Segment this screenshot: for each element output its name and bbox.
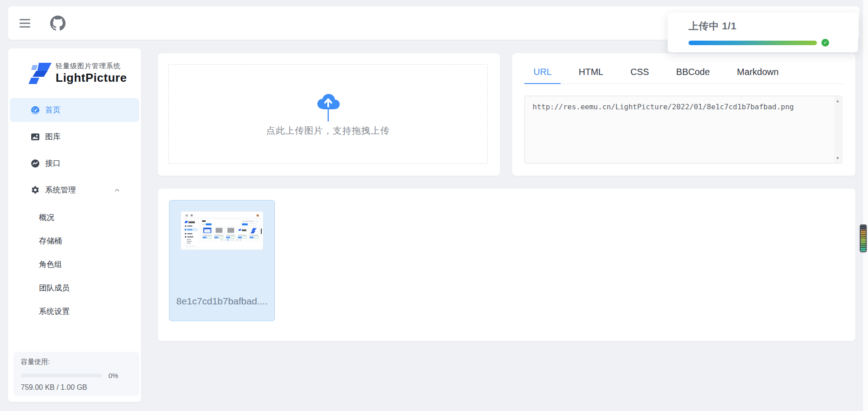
sidebar-menu: 首页 图库 接口 系统管理 概况 存储桶 角色组: [8, 98, 141, 323]
gallery-icon: [31, 132, 40, 141]
scroll-up-icon[interactable]: ▲: [836, 98, 839, 104]
capacity-progress-bar: [21, 374, 102, 378]
tab-bbcode[interactable]: BBCode: [667, 67, 719, 84]
sidebar-item-home[interactable]: 首页: [10, 98, 139, 122]
app-title: LightPicture: [56, 71, 127, 85]
lightpicture-logo-icon: [27, 61, 53, 85]
upload-hint-text: 点此上传图片，支持拖拽上传: [266, 125, 390, 137]
upload-progress-toast: 上传中 1/1 ✓: [668, 13, 858, 52]
success-check-icon: ✓: [821, 39, 829, 47]
uploaded-image-card[interactable]: 8e1c7cd1b7bafbad....: [169, 200, 275, 321]
app-logo[interactable]: 轻量级图片管理系统 LightPicture: [27, 61, 141, 85]
capacity-usage-card: 容量使用: 0% 759.00 KB / 1.00 GB: [14, 352, 139, 396]
chevron-up-icon: [114, 187, 120, 193]
link-format-tabs: URL HTML CSS BBCode Markdown: [524, 67, 843, 84]
github-icon[interactable]: [50, 15, 66, 31]
sidebar-item-label: 首页: [45, 105, 61, 115]
submenu-item-label: 概况: [39, 212, 54, 223]
tab-css[interactable]: CSS: [621, 67, 658, 84]
app-subtitle: 轻量级图片管理系统: [56, 62, 127, 70]
submenu-item-storage-bucket[interactable]: 存储桶: [8, 229, 141, 252]
capacity-usage-text: 759.00 KB / 1.00 GB: [21, 383, 132, 392]
gear-icon: [31, 186, 40, 195]
tab-html[interactable]: HTML: [570, 67, 612, 84]
upload-card: 点此上传图片，支持拖拽上传: [158, 53, 500, 176]
page-scrollbar[interactable]: [863, 0, 868, 411]
upload-progress-bar: [689, 41, 817, 45]
textarea-scrollbar[interactable]: ▲ ▼: [834, 97, 841, 163]
sidebar: 轻量级图片管理系统 LightPicture 首页 图库 接口: [8, 48, 141, 402]
upload-progress-title: 上传中 1/1: [689, 19, 858, 33]
submenu-item-system-settings[interactable]: 系统设置: [8, 299, 141, 323]
capacity-percent: 0%: [108, 372, 118, 379]
submenu-item-team-members[interactable]: 团队成员: [8, 276, 141, 299]
image-url-text: http://res.eemu.cn/LightPicture/2022/01/…: [533, 103, 794, 111]
submenu-item-overview[interactable]: 概况: [8, 206, 141, 229]
capacity-label: 容量使用:: [21, 358, 132, 366]
uploaded-image-filename: 8e1c7cd1b7bafbad....: [170, 296, 274, 307]
submenu-item-label: 团队成员: [39, 283, 70, 293]
hamburger-menu-button[interactable]: [19, 19, 30, 28]
uploaded-files-card: 8e1c7cd1b7bafbad....: [158, 189, 855, 341]
scroll-minimap-widget[interactable]: [860, 224, 867, 252]
uploaded-image-thumbnail: [181, 211, 263, 250]
scroll-down-icon[interactable]: ▼: [836, 155, 839, 161]
cloud-upload-icon: [315, 91, 342, 124]
sidebar-item-system-management[interactable]: 系统管理: [10, 178, 139, 202]
sidebar-item-label: 图库: [45, 131, 61, 142]
sidebar-item-gallery[interactable]: 图库: [10, 125, 139, 149]
system-management-submenu: 概况 存储桶 角色组 团队成员 系统设置: [8, 206, 141, 323]
sidebar-item-api[interactable]: 接口: [10, 151, 139, 175]
upload-dropzone[interactable]: 点此上传图片，支持拖拽上传: [168, 64, 488, 164]
submenu-item-label: 系统设置: [39, 306, 70, 317]
sidebar-item-label: 系统管理: [45, 185, 76, 195]
submenu-item-role-group[interactable]: 角色组: [8, 252, 141, 276]
submenu-item-label: 角色组: [39, 259, 62, 270]
sidebar-item-label: 接口: [45, 158, 61, 168]
tab-markdown[interactable]: Markdown: [728, 67, 788, 84]
submenu-item-label: 存储桶: [39, 236, 62, 246]
share-link-panel: URL HTML CSS BBCode Markdown http://res.…: [512, 53, 855, 176]
dashboard-icon: [31, 106, 40, 115]
tab-url[interactable]: URL: [524, 67, 561, 84]
api-icon: [31, 159, 40, 168]
link-textarea[interactable]: http://res.eemu.cn/LightPicture/2022/01/…: [524, 96, 842, 163]
